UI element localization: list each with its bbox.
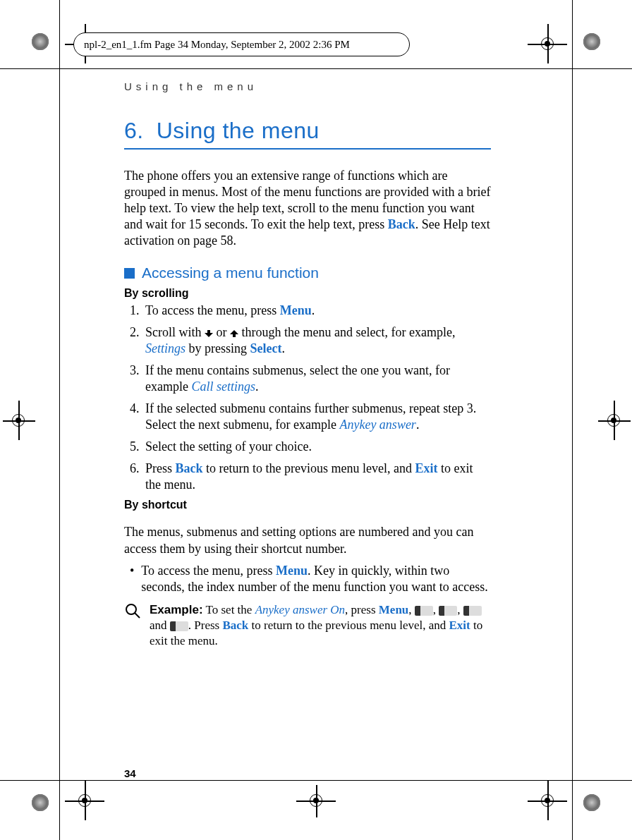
ba: To access the menu, press — [141, 564, 276, 578]
bmenu: Menu — [276, 564, 308, 578]
intro-back: Back — [388, 217, 415, 231]
crop-line-right — [572, 0, 573, 840]
shortcut-intro: The menus, submenus and setting options … — [124, 524, 491, 556]
crop-line-left — [59, 0, 60, 840]
exh: to return to the previous menu level, an… — [248, 619, 449, 632]
key-2-icon-a — [439, 606, 457, 616]
exc: , — [408, 603, 415, 616]
section-title-text: Accessing a menu function — [142, 264, 319, 281]
exd: , — [433, 603, 439, 616]
reg-cross-right — [600, 406, 628, 434]
s1a: To access the menu, press — [145, 303, 280, 317]
step-2: Scroll with or through the menu and sele… — [142, 324, 491, 357]
chapter-num: 6. — [124, 118, 144, 143]
step-4: If the selected submenu contains further… — [142, 401, 491, 433]
s6exit: Exit — [415, 461, 437, 475]
page-content: Using the menu 6.Using the menu The phon… — [124, 80, 491, 649]
s2b: or — [213, 325, 230, 339]
reg-disc-br — [580, 791, 604, 815]
section-bullet-icon — [124, 268, 135, 279]
crop-line-bottom — [0, 780, 632, 781]
svg-marker-2 — [230, 330, 238, 334]
bullet-dot: • — [130, 563, 134, 595]
file-header-text: npl-2_en1_1.fm Page 34 Monday, September… — [84, 39, 350, 51]
s2c: through the menu and select, for example… — [238, 325, 455, 339]
reg-cross-bottom — [302, 786, 330, 815]
chapter-title: 6.Using the menu — [124, 118, 491, 144]
scroll-up-icon — [230, 330, 238, 337]
exg: . Press — [188, 619, 223, 632]
reg-disc-tl — [28, 30, 52, 54]
s3call: Call settings — [191, 379, 255, 394]
s1menu: Menu — [280, 303, 312, 317]
exa: To set the — [203, 603, 255, 616]
bullet-row: • To access the menu, press Menu. Key in… — [130, 563, 491, 595]
crop-line-top — [0, 68, 632, 69]
reg-disc-tr — [580, 30, 604, 54]
exb: , press — [345, 603, 379, 616]
file-header-bar: npl-2_en1_1.fm Page 34 Monday, September… — [73, 32, 410, 56]
ex-exit: Exit — [449, 619, 470, 632]
exe: , — [457, 603, 463, 616]
example-block: Example: To set the Anykey answer On, pr… — [124, 602, 491, 649]
reg-disc-bl — [28, 791, 52, 815]
s3b: . — [255, 379, 259, 394]
step-3: If the menu contains submenus, select th… — [142, 363, 491, 395]
key-1-icon — [170, 621, 188, 631]
svg-line-5 — [135, 613, 140, 618]
running-head: Using the menu — [124, 80, 491, 92]
svg-rect-0 — [207, 330, 210, 333]
exf: and — [150, 619, 170, 632]
svg-marker-1 — [205, 333, 213, 337]
ex-back: Back — [222, 619, 248, 632]
reg-cross-tr — [533, 30, 561, 58]
ex-menu: Menu — [379, 603, 409, 616]
s2settings: Settings — [145, 341, 186, 355]
intro-paragraph: The phone offers you an extensive range … — [124, 168, 491, 249]
s6a: Press — [145, 461, 176, 475]
s4a: If the selected submenu contains further… — [145, 401, 476, 432]
key-4-icon — [415, 606, 433, 616]
scroll-down-icon — [205, 330, 213, 337]
ex-label: Example: — [150, 603, 203, 616]
steps-list: To access the menu, press Menu. Scroll w… — [124, 303, 491, 493]
s4anykey: Anykey answer — [339, 418, 415, 432]
reg-cross-br — [533, 786, 561, 815]
step-1: To access the menu, press Menu. — [142, 303, 491, 319]
s1b: . — [312, 303, 315, 317]
chapter-rule — [124, 148, 491, 150]
page-number: 34 — [124, 767, 136, 779]
key-2-icon-b — [463, 606, 482, 616]
example-text: Example: To set the Anykey answer On, pr… — [150, 602, 491, 649]
reg-cross-bl — [71, 786, 99, 815]
section-heading: Accessing a menu function — [124, 264, 491, 281]
svg-point-4 — [126, 604, 136, 614]
s2a: Scroll with — [145, 325, 205, 339]
s6back: Back — [176, 461, 203, 475]
svg-rect-3 — [233, 334, 236, 337]
bullet-text: To access the menu, press Menu. Key in q… — [141, 563, 491, 595]
s6b: to return to the previous menu level, an… — [203, 461, 415, 475]
magnifier-icon — [124, 602, 142, 649]
s4b: . — [416, 418, 420, 432]
reg-cross-left — [4, 406, 32, 434]
ex-anykey: Anykey answer On — [255, 603, 345, 616]
s2select: Select — [250, 341, 282, 355]
subhead-scrolling: By scrolling — [124, 287, 491, 300]
s2d: by pressing — [186, 341, 250, 355]
step-5: Select the setting of your choice. — [142, 439, 491, 455]
subhead-shortcut: By shortcut — [124, 499, 491, 511]
s2e: . — [281, 341, 285, 355]
step-6: Press Back to return to the previous men… — [142, 461, 491, 493]
chapter-title-text: Using the menu — [157, 118, 320, 143]
